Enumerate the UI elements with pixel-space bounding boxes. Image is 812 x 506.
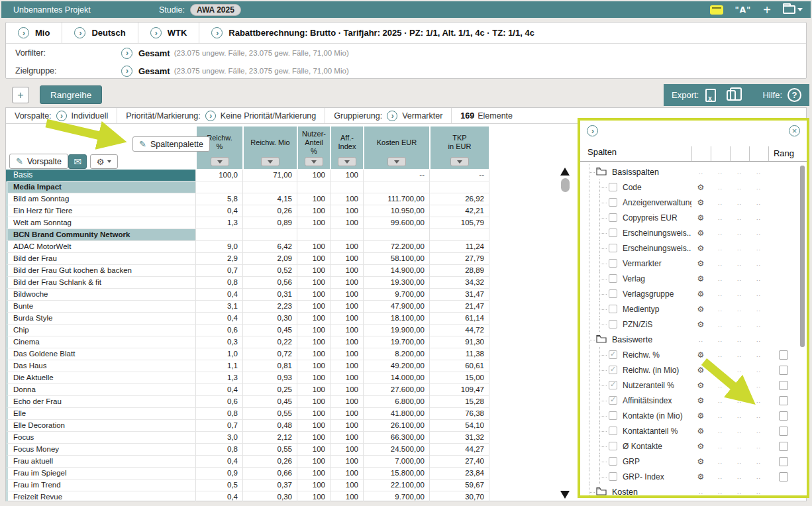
column-checkbox[interactable] — [609, 289, 617, 298]
table-row[interactable]: Das Haus1,10,8110010049.200,0060,61 — [6, 360, 491, 372]
spaltenpalette-button[interactable]: Spaltenpalette — [132, 136, 210, 152]
column-checkbox[interactable] — [609, 244, 617, 252]
help-icon[interactable]: ? — [787, 88, 801, 102]
prioritaet-setting[interactable]: Priorität/Markierung: › Keine Priorität/… — [117, 108, 325, 123]
gear-cell[interactable]: ⚙ — [691, 244, 711, 252]
toolbar-item-rabatt[interactable]: › Rabattberechnung: Brutto · Tarifjahr: … — [199, 23, 546, 43]
tree-item[interactable]: Reichw. (in Mio)⚙...... — [580, 362, 799, 378]
table-row[interactable]: Bild der Frau Schlank & fit0,80,56100100… — [6, 277, 491, 289]
column-menu-button[interactable] — [261, 157, 279, 166]
column-checkbox[interactable] — [609, 381, 617, 389]
antenna-icon[interactable]: "A" — [735, 5, 752, 15]
gear-cell[interactable]: ⚙ — [691, 229, 711, 237]
gear-icon[interactable]: ⚙ — [697, 396, 705, 405]
gear-cell[interactable]: ⚙ — [691, 199, 711, 207]
gear-icon[interactable]: ⚙ — [697, 350, 705, 360]
column-checkbox[interactable] — [609, 411, 617, 420]
gear-icon[interactable]: ⚙ — [697, 183, 705, 192]
gruppierung-setting[interactable]: Gruppierung: › Vermarkter — [325, 108, 452, 123]
table-row[interactable]: Burda Style0,40,3010010018.100,0061,14 — [6, 313, 491, 325]
table-settings-button[interactable]: ⚙ — [90, 154, 118, 169]
study-badge[interactable]: AWA 2025 — [190, 4, 241, 16]
table-row[interactable]: Frau aktuell0,40,261001007.000,0027,40 — [6, 456, 491, 468]
column-menu-button[interactable] — [338, 157, 356, 166]
column-header[interactable]: Reichw. Mio — [243, 126, 297, 170]
column-checkbox[interactable] — [609, 396, 617, 405]
gear-icon[interactable]: ⚙ — [697, 198, 705, 207]
zielgruppe-edit-button[interactable]: › — [121, 66, 132, 77]
tree-item[interactable]: PZN/ZiS⚙...... — [580, 317, 799, 332]
table-row[interactable]: Ein Herz für Tiere0,40,2610010010.950,00… — [6, 205, 491, 217]
column-menu-button[interactable] — [305, 157, 323, 166]
gear-cell[interactable]: ⚙ — [691, 458, 711, 466]
column-checkbox[interactable] — [609, 274, 617, 283]
table-row[interactable]: Bild der Frau2,92,0910010058.100,0027,79 — [6, 253, 491, 265]
table-row[interactable]: ADAC MotorWelt9,06,4210010072.200,0011,2… — [6, 241, 491, 253]
tree-item[interactable]: Code⚙...... — [580, 179, 799, 195]
tree-item[interactable]: Nutzeranteil %⚙...... — [580, 378, 799, 393]
tree-folder[interactable]: Kosten........ — [580, 484, 799, 495]
table-row[interactable]: Elle0,80,5510010041.800,0076,38 — [6, 408, 491, 420]
tree-item[interactable]: Medientyp⚙...... — [580, 301, 799, 317]
column-checkbox[interactable] — [609, 213, 617, 222]
gear-icon[interactable]: ⚙ — [697, 442, 705, 451]
rang-checkbox[interactable] — [779, 472, 788, 481]
export-copy-icon[interactable] — [727, 90, 736, 101]
gear-icon[interactable]: ⚙ — [697, 274, 705, 283]
gear-icon[interactable]: ⚙ — [697, 427, 705, 436]
column-checkbox[interactable] — [609, 366, 617, 374]
gear-cell[interactable]: ⚙ — [691, 183, 711, 191]
gear-cell[interactable]: ⚙ — [691, 305, 711, 313]
table-row[interactable]: Bunte3,12,2310010047.900,0021,47 — [6, 301, 491, 313]
scroll-up-arrow[interactable] — [560, 168, 570, 176]
rang-checkbox[interactable] — [779, 366, 788, 375]
vorfilter-edit-button[interactable]: › — [121, 48, 132, 59]
tree-item[interactable]: GRP- Index⚙...... — [580, 469, 799, 484]
table-row[interactable]: Bild der Frau Gut kochen & backen0,70,52… — [6, 265, 491, 277]
gear-cell[interactable]: ⚙ — [691, 412, 711, 420]
gear-icon[interactable]: ⚙ — [697, 366, 705, 375]
gear-icon[interactable]: ⚙ — [697, 244, 705, 253]
tree-item[interactable]: Vermarkter⚙...... — [580, 256, 799, 271]
table-row[interactable]: Cinema0,30,2210010019.700,0091,30 — [6, 336, 491, 348]
table-row[interactable]: Die Aktuelle1,30,9310010014.000,0015,00 — [6, 372, 491, 384]
active-window-icon[interactable] — [710, 5, 723, 15]
gear-icon[interactable]: ⚙ — [697, 411, 705, 421]
toolbar-item-mio[interactable]: › Mio — [6, 23, 62, 43]
column-header[interactable]: Nutzer-Anteil% — [297, 126, 330, 170]
envelope-button[interactable] — [68, 154, 87, 169]
vorspalte-button[interactable]: Vorspalte — [9, 154, 68, 169]
column-checkbox[interactable] — [609, 259, 617, 268]
tree-item[interactable]: Anzeigenverwaltung⚙...... — [580, 195, 799, 210]
table-row[interactable]: Basis100,071,00100100---- — [6, 170, 491, 181]
gear-cell[interactable]: ⚙ — [691, 366, 711, 374]
gear-cell[interactable]: ⚙ — [691, 275, 711, 283]
table-row[interactable]: Echo der Frau0,60,451001006.800,0015,28 — [6, 396, 491, 408]
panel-close-icon[interactable]: × — [789, 125, 800, 136]
column-checkbox[interactable] — [609, 427, 617, 435]
rang-checkbox[interactable] — [779, 350, 788, 360]
rang-checkbox[interactable] — [779, 427, 788, 436]
column-header[interactable]: TKPin EUR — [430, 126, 489, 170]
project-menu-button[interactable] — [783, 5, 803, 14]
column-menu-button[interactable] — [211, 157, 229, 166]
column-header[interactable]: Aff.-Index — [330, 126, 364, 170]
column-checkbox[interactable] — [609, 472, 617, 481]
table-row[interactable]: Welt am Sonntag1,30,8910010099.600,00105… — [6, 217, 491, 229]
gear-cell[interactable]: ⚙ — [691, 442, 711, 450]
gear-icon[interactable]: ⚙ — [697, 320, 705, 329]
gear-cell[interactable]: ⚙ — [691, 260, 711, 268]
gear-cell[interactable]: ⚙ — [691, 473, 711, 481]
table-row[interactable]: Freizeit Revue0,40,301001009.700,0030,70 — [6, 491, 491, 501]
column-checkbox[interactable] — [609, 442, 617, 450]
table-row[interactable]: Donna0,40,2510010027.600,00109,47 — [6, 384, 491, 396]
tree-item[interactable]: Erscheinungsweis...⚙...... — [580, 240, 799, 256]
column-checkbox[interactable] — [609, 305, 617, 313]
tree-item[interactable]: Verlagsgruppe⚙...... — [580, 286, 799, 301]
table-row[interactable]: Chip0,60,4510010019.900,0044,72 — [6, 325, 491, 336]
tree-item[interactable]: Kontakte (in Mio)⚙...... — [580, 408, 799, 423]
rang-checkbox[interactable] — [779, 381, 788, 390]
column-checkbox[interactable] — [609, 183, 617, 191]
table-row[interactable]: Frau im Spiegel0,90,6610010015.800,0023,… — [6, 468, 491, 480]
export-excel-icon[interactable] — [705, 89, 716, 102]
